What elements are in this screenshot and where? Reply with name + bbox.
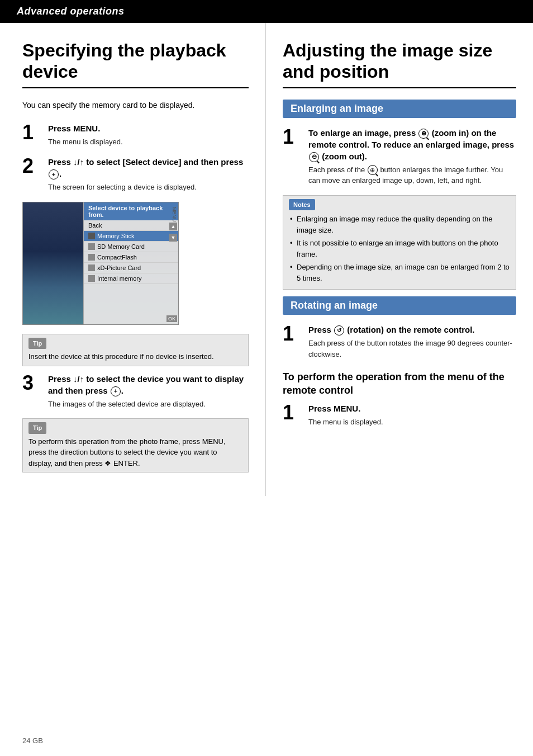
enlarge-step-1-sub: Each press of the ⊕ button enlarges the … (308, 164, 516, 186)
scroll-down-icon[interactable]: ▼ (169, 234, 177, 242)
rotate-step-1-number: 1 (283, 324, 303, 344)
cf-card-icon (88, 254, 95, 261)
menu-item-memory-stick: Memory Stick (84, 231, 178, 242)
rotate-step-1-content: Press ↺ (rotation) on the remote control… (308, 324, 516, 360)
menu-item-xd: xD-Picture Card (84, 263, 178, 273)
device-menu-overlay: Select device to playback from. Back Mem… (83, 202, 178, 324)
internal-memory-icon (88, 275, 95, 282)
zoom-icon-ref: ⊕ (368, 165, 378, 175)
menu-op-step-1-main: Press MENU. (308, 403, 516, 414)
step-3-sub: The images of the selected device are di… (48, 399, 249, 410)
enlarge-step-1-number: 1 (283, 127, 303, 147)
step-3-main: Press ↓/↑ to select the device you want … (48, 373, 249, 396)
step-1-number: 1 (22, 122, 42, 143)
rotate-step-1-sub: Each press of the button rotates the ima… (308, 338, 516, 360)
page-header: Advanced operations (0, 0, 533, 23)
step-1-content: Press MENU. The menu is displayed. (48, 122, 249, 148)
note-item-2: It is not possible to enlarge an image w… (289, 238, 510, 259)
notes-label: Notes (289, 199, 315, 211)
enlarge-section-header: Enlarging an image (283, 100, 516, 118)
menu-op-step-1-number: 1 (283, 403, 303, 423)
menu-op-step-1: 1 Press MENU. The menu is displayed. (283, 403, 516, 428)
rotate-section-header: Rotating an image (283, 296, 516, 315)
xd-card-icon (88, 264, 95, 271)
step-2-main: Press ↓/↑ to select [Select device] and … (48, 156, 249, 179)
page-suffix: GB (32, 736, 43, 745)
rotate-step-1: 1 Press ↺ (rotation) on the remote contr… (283, 324, 516, 360)
rotation-icon: ↺ (334, 325, 344, 336)
enter-circle-icon: + (49, 169, 59, 179)
step-3-number: 3 (22, 373, 42, 393)
step-2-sub: The screen for selecting a device is dis… (48, 182, 249, 193)
tip-text-2: To perform this operation from the photo… (28, 436, 242, 469)
device-screen-image: Select device to playback from. Back Mem… (22, 202, 179, 325)
menu-operation-title: To perform the operation from the menu o… (283, 371, 516, 397)
left-section: Specifying the playback device You can s… (0, 23, 266, 496)
right-section: Adjusting the image size and position En… (266, 23, 533, 496)
menu-item-internal: Internal memory (84, 273, 178, 284)
menu-op-step-1-content: Press MENU. The menu is displayed. (308, 403, 516, 428)
right-section-title: Adjusting the image size and position (283, 40, 516, 88)
step-3-content: Press ↓/↑ to select the device you want … (48, 373, 249, 410)
enlarge-step-1-main: To enlarge an image, press ⊕ (zoom in) o… (308, 127, 516, 162)
note-item-1: Enlarging an image may reduce the qualit… (289, 214, 510, 235)
enlarge-step-1-content: To enlarge an image, press ⊕ (zoom in) o… (308, 127, 516, 186)
left-intro: You can specify the memory card to be di… (22, 100, 249, 111)
zoom-out-icon: ⊖ (309, 152, 319, 162)
ok-button[interactable]: OK (166, 315, 177, 322)
enter-circle-icon-2: + (111, 386, 121, 396)
zoom-in-icon: ⊕ (418, 129, 429, 139)
step-2: 2 Press ↓/↑ to select [Select device] an… (22, 156, 249, 193)
tip-label-1: Tip (28, 338, 46, 349)
page-footer: 24 GB (22, 736, 43, 745)
notes-list: Enlarging an image may reduce the qualit… (289, 214, 510, 284)
header-title: Advanced operations (17, 6, 125, 17)
step-2-number: 2 (22, 156, 42, 176)
menu-item-back: Back (84, 220, 178, 231)
step-1: 1 Press MENU. The menu is displayed. (22, 122, 249, 148)
menu-item-cf: CompactFlash (84, 252, 178, 263)
tip-text-1: Insert the device at this procedure if n… (28, 351, 242, 362)
memory-stick-icon (88, 233, 95, 239)
menu-op-step-1-sub: The menu is displayed. (308, 417, 516, 428)
menu-item-sd: SD Memory Card (84, 242, 178, 252)
step-2-content: Press ↓/↑ to select [Select device] and … (48, 156, 249, 193)
left-section-title: Specifying the playback device (22, 40, 249, 88)
step-1-sub: The menu is displayed. (48, 136, 249, 148)
sd-card-icon (88, 243, 95, 250)
device-menu-title: Select device to playback from. (84, 202, 178, 220)
tip-box-2: Tip To perform this operation from the p… (22, 418, 249, 472)
scroll-up-icon[interactable]: ▲ (169, 223, 177, 230)
step-3: 3 Press ↓/↑ to select the device you wan… (22, 373, 249, 410)
page-number: 24 (22, 736, 30, 745)
notes-box: Notes Enlarging an image may reduce the … (283, 195, 516, 290)
tip-box-1: Tip Insert the device at this procedure … (22, 334, 249, 366)
rotate-step-1-main: Press ↺ (rotation) on the remote control… (308, 324, 516, 336)
step-1-main: Press MENU. (48, 122, 249, 134)
menu-label: MENU (172, 207, 177, 222)
enlarge-step-1: 1 To enlarge an image, press ⊕ (zoom in)… (283, 127, 516, 186)
note-item-3: Depending on the image size, an image ca… (289, 262, 510, 284)
tip-label-2: Tip (28, 422, 46, 434)
